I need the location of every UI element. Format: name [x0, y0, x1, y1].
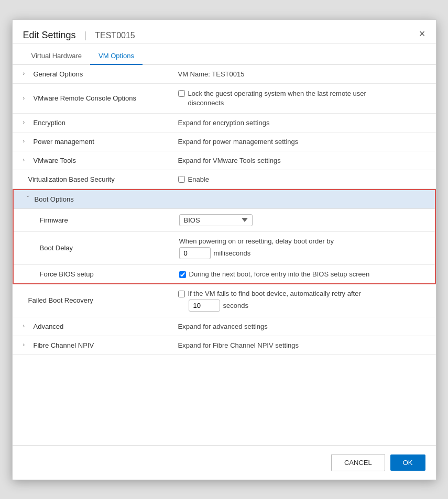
- tabs-bar: Virtual Hardware VM Options: [13, 48, 436, 65]
- encryption-label: Encryption: [34, 119, 65, 127]
- vmware-tools-label-cell[interactable]: › VMware Tools: [13, 151, 170, 170]
- boot-options-header-row: › Boot Options: [14, 190, 435, 209]
- vmware-remote-checkbox[interactable]: [178, 90, 185, 97]
- vmware-tools-chevron: ›: [23, 157, 30, 164]
- boot-options-section: › Boot Options Firmware BIOS EFI: [13, 189, 436, 284]
- boot-delay-unit: milliseconds: [214, 249, 251, 257]
- power-chevron: ›: [23, 138, 30, 145]
- advanced-row: › Advanced Expand for advanced settings: [13, 317, 436, 336]
- force-bios-label: Force BIOS setup: [40, 270, 94, 278]
- general-options-label-cell[interactable]: › General Options: [13, 65, 170, 83]
- dialog-body: › General Options VM Name: TEST0015 › VM…: [13, 65, 436, 445]
- vmware-tools-row: › VMware Tools Expand for VMware Tools s…: [13, 151, 436, 170]
- power-management-label: Power management: [34, 138, 94, 146]
- ok-button[interactable]: OK: [390, 454, 425, 471]
- vmware-remote-console-row: › VMware Remote Console Options Lock the…: [13, 84, 436, 114]
- fibre-channel-label-cell[interactable]: › Fibre Channel NPIV: [13, 336, 170, 354]
- failed-boot-unit: seconds: [223, 302, 248, 309]
- virt-security-checkbox[interactable]: [178, 176, 185, 183]
- failed-boot-input[interactable]: [189, 300, 220, 312]
- vmware-remote-console-label-cell[interactable]: › VMware Remote Console Options: [13, 84, 170, 113]
- failed-boot-input-line: seconds: [178, 300, 428, 312]
- vmware-remote-chevron: ›: [23, 95, 30, 102]
- boot-delay-label: Boot Delay: [40, 244, 73, 252]
- advanced-label: Advanced: [34, 323, 64, 330]
- vmware-remote-label: VMware Remote Console Options: [34, 94, 137, 102]
- close-button[interactable]: ×: [419, 28, 425, 43]
- dialog-header: Edit Settings | TEST0015 ×: [13, 20, 436, 43]
- failed-boot-row: Failed Boot Recovery If the VM fails to …: [13, 284, 436, 317]
- boot-delay-description: When powering on or resetting, delay boo…: [179, 237, 334, 245]
- advanced-value: Expand for advanced settings: [170, 317, 436, 336]
- general-options-label: General Options: [34, 70, 83, 78]
- power-management-value: Expand for power management settings: [170, 132, 436, 151]
- dialog-subtitle: TEST0015: [95, 31, 135, 40]
- virt-security-value: Enable: [170, 170, 436, 188]
- boot-delay-row: Boot Delay When powering on or resetting…: [14, 232, 435, 265]
- virt-security-label: Virtualization Based Security: [28, 175, 115, 183]
- vmware-tools-label: VMware Tools: [34, 157, 76, 164]
- firmware-label-cell: Firmware: [14, 209, 171, 231]
- failed-boot-label: Failed Boot Recovery: [28, 296, 93, 304]
- force-bios-label-cell: Force BIOS setup: [14, 265, 171, 283]
- encryption-row: › Encryption Expand for encryption setti…: [13, 114, 436, 132]
- dialog-title: Edit Settings: [23, 30, 76, 41]
- failed-boot-description: If the VM fails to find boot device, aut…: [188, 290, 361, 297]
- firmware-select[interactable]: BIOS EFI: [179, 214, 253, 226]
- force-bios-value-cell: During the next boot, force entry into t…: [171, 265, 435, 283]
- cancel-button[interactable]: CANCEL: [331, 454, 385, 471]
- advanced-chevron: ›: [23, 323, 30, 330]
- power-management-label-cell[interactable]: › Power management: [13, 132, 170, 151]
- boot-options-chevron: ›: [24, 195, 31, 203]
- encryption-value: Expand for encryption settings: [170, 114, 436, 132]
- boot-options-header-value: [171, 190, 435, 208]
- power-management-row: › Power management Expand for power mana…: [13, 132, 436, 151]
- boot-options-header-label: Boot Options: [35, 195, 74, 203]
- boot-delay-input-line: milliseconds: [179, 247, 427, 259]
- force-bios-checkbox-label: During the next boot, force entry into t…: [189, 270, 370, 278]
- tab-virtual-hardware[interactable]: Virtual Hardware: [23, 48, 91, 65]
- vmware-remote-checkbox-label: Lock the guest operating system when the…: [188, 89, 366, 108]
- body-spacer: [13, 355, 436, 418]
- failed-boot-label-cell: Failed Boot Recovery: [13, 284, 170, 317]
- dialog-footer: CANCEL OK: [13, 445, 436, 480]
- failed-boot-checkbox[interactable]: [178, 291, 185, 297]
- vmware-tools-value: Expand for VMware Tools settings: [170, 151, 436, 170]
- force-bios-row: Force BIOS setup During the next boot, f…: [14, 265, 435, 283]
- encryption-chevron: ›: [23, 119, 30, 126]
- force-bios-checkbox-wrapper: During the next boot, force entry into t…: [179, 270, 370, 278]
- general-options-chevron: ›: [23, 70, 30, 77]
- firmware-label: Firmware: [40, 216, 68, 224]
- fibre-channel-value: Expand for Fibre Channel NPIV settings: [170, 336, 436, 354]
- edit-settings-dialog: Edit Settings | TEST0015 × Virtual Hardw…: [12, 19, 436, 480]
- general-options-row: › General Options VM Name: TEST0015: [13, 65, 436, 84]
- boot-delay-label-cell: Boot Delay: [14, 232, 171, 264]
- virt-security-checkbox-wrapper: Enable: [178, 175, 209, 183]
- boot-options-header-label-cell[interactable]: › Boot Options: [14, 190, 171, 208]
- boot-delay-value-cell: When powering on or resetting, delay boo…: [171, 232, 435, 264]
- fibre-channel-chevron: ›: [23, 341, 30, 349]
- virt-security-row: Virtualization Based Security Enable: [13, 170, 436, 189]
- failed-boot-value-cell: If the VM fails to find boot device, aut…: [170, 284, 436, 317]
- fibre-channel-row: › Fibre Channel NPIV Expand for Fibre Ch…: [13, 336, 436, 355]
- force-bios-checkbox[interactable]: [179, 271, 186, 278]
- fibre-channel-label: Fibre Channel NPIV: [34, 341, 94, 349]
- virt-security-label-cell: Virtualization Based Security: [13, 170, 170, 188]
- firmware-value-cell: BIOS EFI: [171, 209, 435, 231]
- failed-boot-checkbox-wrapper: If the VM fails to find boot device, aut…: [178, 290, 361, 297]
- boot-delay-input[interactable]: [179, 247, 211, 259]
- virt-security-checkbox-label: Enable: [188, 175, 209, 183]
- firmware-row: Firmware BIOS EFI: [14, 209, 435, 232]
- general-options-value: VM Name: TEST0015: [170, 65, 436, 83]
- vmware-remote-value: Lock the guest operating system when the…: [170, 84, 436, 113]
- tab-vm-options[interactable]: VM Options: [90, 48, 143, 65]
- title-separator: |: [84, 30, 87, 41]
- vmware-remote-checkbox-wrapper: Lock the guest operating system when the…: [178, 89, 366, 108]
- advanced-label-cell[interactable]: › Advanced: [13, 317, 170, 336]
- encryption-label-cell[interactable]: › Encryption: [13, 114, 170, 132]
